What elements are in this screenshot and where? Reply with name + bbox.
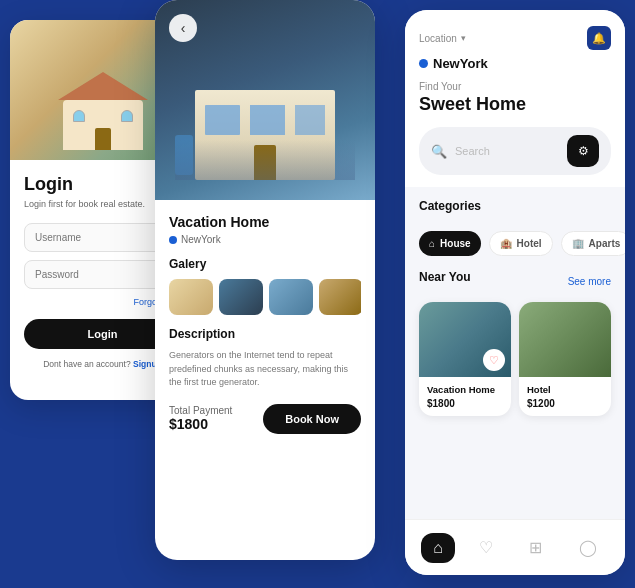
property-card-image-1: ♡ [419,302,511,377]
window-3 [295,105,325,135]
total-row: Total Payment $1800 Book Now [169,404,361,434]
city-dot-icon [419,59,428,68]
near-you-header: Near You See more [419,270,611,292]
back-button[interactable]: ‹ [169,14,197,42]
location-row: Location ▾ 🔔 [419,26,611,50]
near-you-label: Near You [419,270,471,284]
search-placeholder[interactable]: Search [455,145,559,157]
detail-screen: ‹ Vacation Home NewYork Galery Descripti… [155,0,375,560]
category-apartment[interactable]: 🏢 Aparts [561,231,625,256]
headline: Sweet Home [419,94,611,115]
gallery-thumb-3[interactable] [269,279,313,315]
house-door [95,128,111,150]
bottom-navigation: ⌂ ♡ ⊞ ◯ [405,519,625,575]
notification-icon[interactable]: 🔔 [587,26,611,50]
modern-house-illustration [175,50,355,180]
card-info-2: Hotel $1200 [519,377,611,416]
window-1 [205,105,240,135]
description-label: Description [169,327,361,341]
house-window-right [121,110,133,122]
home-body: Categories ⌂ House 🏨 Hotel 🏢 Aparts Near… [405,187,625,442]
see-more-link[interactable]: See more [568,276,611,287]
total-label: Total Payment [169,405,232,416]
filter-icon: ⚙ [578,144,589,158]
location-dot-icon [169,236,177,244]
total-section: Total Payment $1800 [169,405,232,432]
card-price-2: $1200 [527,398,603,409]
search-icon: 🔍 [431,144,447,159]
card-name-1: Vacation Home [427,384,503,395]
home-screen: Location ▾ 🔔 NewYork Find Your Sweet Hom… [405,10,625,575]
apartment-icon: 🏢 [572,238,584,249]
description-text: Generators on the Internet tend to repea… [169,349,361,390]
categories-row: ⌂ House 🏨 Hotel 🏢 Aparts [419,231,611,256]
favorites-nav-icon: ♡ [479,538,493,557]
chevron-down-icon: ▾ [461,33,466,43]
card-name-2: Hotel [527,384,603,395]
search-bar: 🔍 Search ⚙ [419,127,611,175]
categories-label: Categories [419,199,481,213]
home-header: Location ▾ 🔔 NewYork Find Your Sweet Hom… [405,10,625,187]
total-price: $1800 [169,416,232,432]
location-label: Location ▾ [419,33,466,44]
home-nav-icon: ⌂ [433,539,443,557]
gallery-row [169,279,361,315]
window-2 [250,105,285,135]
category-hotel[interactable]: 🏨 Hotel [489,231,553,256]
near-you-row: ♡ Vacation Home $1800 Hotel $1200 [419,302,611,416]
gallery-thumb-2[interactable] [219,279,263,315]
property-card-hotel[interactable]: Hotel $1200 [519,302,611,416]
house-icon: ⌂ [429,238,435,249]
find-label: Find Your [419,81,611,92]
house-window-left [73,110,85,122]
location-text: NewYork [181,234,221,245]
book-now-button[interactable]: Book Now [263,404,361,434]
property-card-vacation[interactable]: ♡ Vacation Home $1800 [419,302,511,416]
property-card-image-2 [519,302,611,377]
card-price-1: $1800 [427,398,503,409]
grid-nav-icon: ⊞ [529,538,542,557]
gallery-thumb-4[interactable] [319,279,361,315]
hotel-icon: 🏨 [500,238,512,249]
detail-location: NewYork [169,234,361,245]
gallery-label: Galery [169,257,361,271]
categories-header: Categories [419,199,611,221]
favorite-button-1[interactable]: ♡ [483,349,505,371]
house-roof [58,72,148,100]
card-info-1: Vacation Home $1800 [419,377,511,416]
city-name: NewYork [419,56,611,71]
category-house[interactable]: ⌂ House [419,231,481,256]
detail-hero-image: ‹ [155,0,375,200]
filter-button[interactable]: ⚙ [567,135,599,167]
nav-profile[interactable]: ◯ [567,532,609,563]
house-illustration [63,100,143,150]
screens-container: Login Login first for book real estate. … [0,0,635,588]
nav-grid[interactable]: ⊞ [517,532,554,563]
nav-home[interactable]: ⌂ [421,533,455,563]
profile-nav-icon: ◯ [579,538,597,557]
nav-favorites[interactable]: ♡ [467,532,505,563]
reflection [175,140,355,180]
property-name: Vacation Home [169,214,361,230]
detail-body: Vacation Home NewYork Galery Description… [155,200,375,560]
gallery-thumb-1[interactable] [169,279,213,315]
bell-icon: 🔔 [592,32,606,45]
